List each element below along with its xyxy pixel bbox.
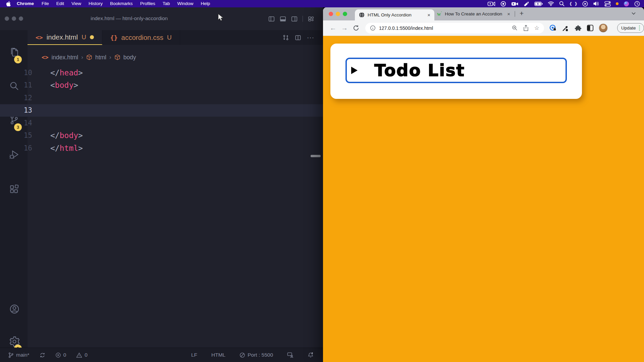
live-share-icon[interactable] [287,352,293,358]
sync-changes-button[interactable] [40,352,45,358]
css-file-icon: {} [110,34,118,41]
breadcrumb-file[interactable]: index.html [51,54,78,61]
problems-warnings[interactable]: 0 [76,352,88,358]
camera-icon[interactable] [511,1,519,7]
rocket-icon[interactable] [524,1,529,7]
code-editor[interactable]: 10 </head> 11 <body> 12 13 14 15 </body>… [0,66,323,155]
apple-icon[interactable] [6,1,11,6]
tab-search-chevron-icon[interactable] [632,12,636,15]
menu-help[interactable]: Help [197,0,214,7]
privacy-extension-icon[interactable] [549,24,557,32]
vscode-status-bar: main* 0 0 LF HTML Port : 5500 [0,348,323,362]
extensions-icon[interactable] [9,184,19,194]
site-info-icon[interactable] [370,25,376,31]
chevron-right-icon: › [109,54,111,61]
colorzilla-eyedropper-icon[interactable] [562,24,569,32]
search-icon[interactable] [559,1,565,6]
editor-actions-more-icon[interactable]: ··· [307,34,314,41]
menu-view[interactable]: View [68,0,85,7]
open-changes-icon[interactable] [282,34,289,41]
battery-icon[interactable] [534,2,543,6]
bookmark-star-icon[interactable]: ☆ [534,24,539,32]
globe-favicon [359,12,365,18]
vscode-tab-strip: <> index.html U {} accordion.css U [28,30,323,45]
macos-menubar: Chrome File Edit View History Bookmarks … [0,0,644,7]
menu-window[interactable]: Window [173,0,197,7]
chrome-minimize-button[interactable] [336,12,340,16]
tab-label: index.html [47,33,78,41]
code-line: 15 </body> [0,129,323,142]
menu-chrome[interactable]: Chrome [13,0,38,7]
new-tab-button[interactable]: + [520,9,524,17]
customize-layout-icon[interactable] [308,16,314,22]
tab-title: HTML Only Accordion [368,12,424,17]
code-line: 10 </head> [0,66,323,79]
breadcrumb-html[interactable]: html [95,54,106,61]
toggle-panel-icon[interactable] [280,16,286,22]
symbol-cube-icon [114,54,120,60]
menu-tab[interactable]: Tab [159,0,174,7]
chrome-zoom-button[interactable] [343,12,347,16]
code-line: 12 [0,92,323,104]
chevron-right-icon: › [81,54,83,61]
dark-reader-icon[interactable] [587,24,594,32]
menu-profiles[interactable]: Profiles [137,0,159,7]
siri-icon[interactable] [624,1,629,7]
eol-indicator[interactable]: LF [191,352,197,358]
web-page: Todo List [323,36,644,362]
control-center-icon[interactable] [604,1,611,7]
breadcrumb-body[interactable]: body [123,54,136,61]
editor-resize-handle[interactable] [311,155,321,157]
tab-index-html[interactable]: <> index.html U [28,30,102,45]
chrome-tab-inactive[interactable]: w' How To Create an Accordion × [437,7,510,20]
screen-record-icon[interactable] [487,1,495,7]
toggle-sidebar-icon[interactable] [268,16,275,22]
accordion-title: Todo List [374,61,465,80]
accordion-summary[interactable]: Todo List [345,58,567,83]
git-branch-item[interactable]: main* [8,352,30,358]
unsaved-dot-icon[interactable] [90,35,94,39]
menu-bookmarks[interactable]: Bookmarks [106,0,137,7]
update-chrome-button[interactable]: Update [617,23,644,33]
chrome-window: HTML Only Accordion × w' How To Create a… [323,7,644,362]
record-indicator-icon[interactable] [500,1,506,7]
close-tab-icon[interactable]: × [427,12,430,17]
tab-title: How To Create an Accordion [445,11,504,16]
notifications-bell-icon[interactable] [308,352,314,358]
profile-avatar[interactable] [599,23,608,33]
close-tab-icon[interactable]: × [507,11,510,16]
menu-file[interactable]: File [38,0,53,7]
menu-edit[interactable]: Edit [53,0,68,7]
account-icon[interactable] [9,303,20,315]
back-button[interactable]: ← [328,24,338,32]
split-editor-icon[interactable] [295,35,301,41]
code-line-current: 13 [0,104,323,117]
toggle-secondary-sidebar-icon[interactable] [291,16,298,22]
braces-icon[interactable]: { } [570,1,577,6]
wifi-icon[interactable] [548,1,554,6]
address-bar[interactable]: 127.0.0.1:5500/index.html ☆ [365,23,544,34]
forward-button[interactable]: → [339,24,350,32]
titlebar-separator [303,16,303,22]
volume-icon[interactable] [593,1,599,6]
play-circle-icon[interactable] [582,1,588,7]
git-untracked-badge: U [167,34,172,41]
live-server-port[interactable]: Port : 5500 [239,352,273,358]
zoom-icon[interactable] [512,25,518,31]
reload-button[interactable] [351,25,361,31]
problems-errors[interactable]: 0 [55,352,66,358]
vscode-titlebar: index.html — html-only-accordion [0,7,323,30]
clock-icon[interactable] [634,1,640,7]
menu-history[interactable]: History [85,0,106,7]
share-icon[interactable] [523,25,529,31]
code-line: 14 [0,117,323,129]
chrome-close-button[interactable] [329,12,333,16]
tab-accordion-css[interactable]: {} accordion.css U [102,30,180,45]
url-text[interactable]: 127.0.0.1:5500/index.html [379,25,512,31]
browser-menu-kebab-icon[interactable] [639,25,640,31]
language-mode[interactable]: HTML [211,352,225,358]
chrome-tab-active[interactable]: HTML Only Accordion × [355,9,434,20]
extensions-puzzle-icon[interactable] [574,24,582,32]
chrome-toolbar: ← → 127.0.0.1:5500/index.html ☆ Update [323,20,644,36]
accordion-marker-icon [351,67,358,74]
